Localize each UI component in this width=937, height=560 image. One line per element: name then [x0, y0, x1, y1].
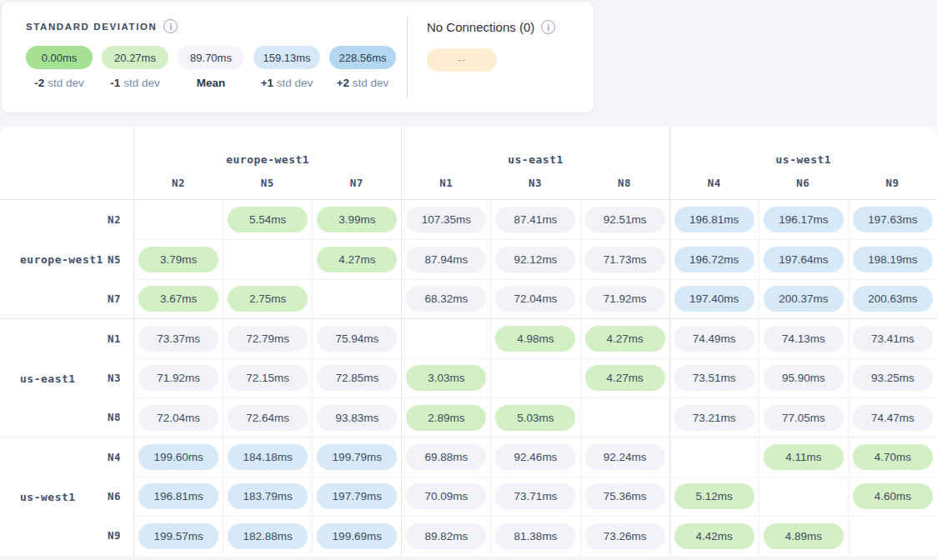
latency-pill[interactable]: 2.89ms	[406, 405, 486, 431]
latency-pill[interactable]: 69.88ms	[406, 444, 486, 470]
latency-pill[interactable]: 196.72ms	[674, 247, 754, 272]
latency-pill[interactable]: 74.49ms	[674, 326, 754, 352]
latency-pill[interactable]: 197.63ms	[853, 207, 933, 232]
latency-pill[interactable]: 183.79ms	[228, 483, 308, 509]
latency-cell: 197.40ms	[669, 279, 759, 318]
latency-cell: 92.51ms	[580, 200, 669, 239]
latency-pill[interactable]: 4.11ms	[764, 444, 844, 470]
latency-pill[interactable]: 182.88ms	[228, 523, 308, 549]
latency-pill[interactable]: 196.81ms	[138, 483, 218, 509]
latency-pill[interactable]: 72.85ms	[317, 365, 397, 391]
latency-pill[interactable]: 198.19ms	[853, 247, 933, 272]
latency-pill[interactable]: 2.75ms	[228, 286, 308, 312]
latency-pill[interactable]: 197.40ms	[674, 286, 754, 312]
latency-pill[interactable]: 74.47ms	[853, 405, 933, 431]
latency-cell: 199.57ms	[133, 516, 223, 555]
latency-cell: 199.79ms	[312, 437, 401, 476]
latency-pill[interactable]: 75.36ms	[585, 483, 665, 509]
latency-pill[interactable]: 95.90ms	[764, 365, 844, 391]
latency-pill[interactable]: 4.27ms	[585, 365, 665, 391]
column-node-header: N2	[133, 167, 223, 200]
column-node-header: N5	[223, 167, 312, 200]
latency-cell	[401, 318, 490, 358]
latency-pill[interactable]: 73.21ms	[674, 405, 754, 431]
latency-pill[interactable]: 72.04ms	[138, 405, 218, 431]
latency-pill[interactable]: 4.27ms	[317, 247, 397, 272]
latency-pill[interactable]: 93.25ms	[853, 365, 933, 391]
latency-cell: 3.79ms	[133, 239, 223, 278]
latency-pill[interactable]: 4.89ms	[764, 523, 844, 549]
latency-pill[interactable]: 4.42ms	[674, 523, 754, 549]
latency-cell: 200.37ms	[759, 279, 848, 318]
latency-pill[interactable]: 5.54ms	[228, 207, 308, 232]
latency-pill[interactable]: 74.13ms	[764, 326, 844, 352]
latency-pill[interactable]: 89.82ms	[406, 523, 486, 549]
latency-pill[interactable]: 4.60ms	[853, 483, 933, 509]
latency-cell: 70.09ms	[401, 477, 490, 516]
latency-pill[interactable]: 73.51ms	[674, 365, 754, 391]
latency-pill[interactable]: 75.94ms	[317, 326, 397, 352]
latency-pill[interactable]: 77.05ms	[764, 405, 844, 431]
latency-pill[interactable]: 72.79ms	[228, 326, 308, 352]
latency-pill[interactable]: 3.79ms	[138, 247, 218, 272]
latency-pill[interactable]: 197.79ms	[317, 483, 397, 509]
latency-pill[interactable]: 72.15ms	[228, 365, 308, 391]
latency-cell: 73.37ms	[133, 318, 223, 358]
latency-pill[interactable]: 73.37ms	[138, 326, 218, 352]
latency-cell: 200.63ms	[848, 279, 937, 318]
latency-pill[interactable]: 197.64ms	[764, 247, 844, 272]
latency-pill[interactable]: 4.27ms	[585, 326, 665, 352]
info-icon[interactable]: i	[163, 19, 178, 33]
latency-pill[interactable]: 93.83ms	[317, 405, 397, 431]
latency-pill[interactable]: 73.26ms	[585, 523, 665, 549]
latency-pill[interactable]: 73.71ms	[495, 483, 575, 509]
latency-pill[interactable]: 81.38ms	[495, 523, 575, 549]
latency-pill[interactable]: 92.46ms	[495, 444, 575, 470]
latency-cell: 73.41ms	[848, 318, 937, 358]
row-node-label: N4	[0, 438, 133, 477]
latency-pill[interactable]: 196.17ms	[764, 207, 844, 232]
latency-pill[interactable]: 199.60ms	[138, 444, 218, 470]
latency-pill[interactable]: 72.04ms	[495, 286, 575, 312]
column-region-header: us-east1	[401, 127, 669, 167]
legend-pills: 0.00ms 20.27ms 89.70ms 159.13ms 228.56ms	[26, 46, 407, 69]
latency-pill[interactable]: 5.03ms	[495, 405, 575, 431]
latency-cell: 75.36ms	[580, 477, 669, 516]
latency-pill[interactable]: 68.32ms	[406, 286, 486, 312]
latency-cell: 182.88ms	[223, 516, 312, 555]
latency-pill[interactable]: 72.64ms	[228, 405, 308, 431]
latency-pill[interactable]: 71.92ms	[585, 286, 665, 312]
info-icon[interactable]: i	[541, 20, 555, 34]
latency-pill[interactable]: 4.98ms	[495, 326, 575, 352]
latency-pill[interactable]: 199.69ms	[317, 523, 397, 549]
latency-pill[interactable]: 196.81ms	[674, 207, 754, 232]
latency-pill[interactable]: 73.41ms	[853, 326, 933, 352]
latency-pill[interactable]: 87.94ms	[406, 247, 486, 272]
latency-cell	[759, 477, 848, 516]
latency-pill[interactable]: 71.73ms	[585, 247, 665, 272]
latency-pill[interactable]: 107.35ms	[406, 207, 486, 232]
latency-pill[interactable]: 3.67ms	[138, 286, 218, 312]
latency-pill[interactable]: 5.12ms	[674, 483, 754, 509]
latency-cell: 93.25ms	[848, 358, 937, 398]
latency-cell: 3.99ms	[312, 200, 401, 239]
latency-pill[interactable]: 200.37ms	[764, 286, 844, 312]
latency-cell: 4.27ms	[312, 239, 401, 278]
latency-pill[interactable]: 199.57ms	[138, 523, 218, 549]
latency-pill[interactable]: 92.24ms	[585, 444, 665, 470]
latency-pill[interactable]: 92.12ms	[495, 247, 575, 272]
latency-pill[interactable]: 184.18ms	[228, 444, 308, 470]
label-strong: -2	[34, 77, 44, 89]
latency-pill[interactable]: 71.92ms	[138, 365, 218, 391]
latency-cell: 4.42ms	[669, 516, 759, 555]
latency-pill[interactable]: 70.09ms	[406, 483, 486, 509]
latency-pill[interactable]: 3.03ms	[406, 365, 486, 391]
latency-pill[interactable]: 87.41ms	[495, 207, 575, 232]
latency-pill[interactable]: 199.79ms	[317, 444, 397, 470]
latency-pill[interactable]: 4.70ms	[853, 444, 933, 470]
latency-pill[interactable]: 3.99ms	[317, 207, 397, 232]
latency-pill[interactable]: 92.51ms	[585, 207, 665, 232]
latency-cell: 71.73ms	[580, 239, 669, 278]
latency-pill[interactable]: 200.63ms	[853, 286, 933, 312]
legend-title: STANDARD DEVIATION	[26, 22, 157, 32]
